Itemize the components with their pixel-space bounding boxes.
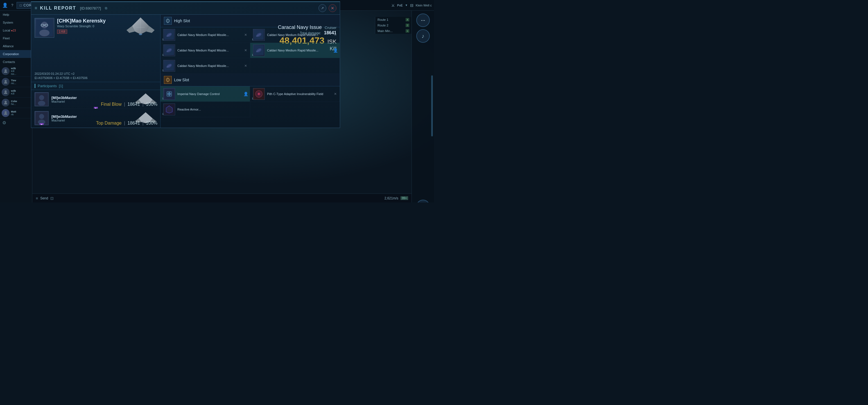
music-button[interactable]: ♪ <box>416 29 430 43</box>
user-icon: 👤 <box>2 3 8 8</box>
module-qty-2: 1 <box>252 38 253 41</box>
chat-entry-5: Matt nk <box>0 108 32 118</box>
topbar-right: ⚔ PvE ▼ ⊟ Klein Well c <box>391 3 432 8</box>
module-name-5: Caldari Navy Medium Rapid Missile... <box>177 64 242 67</box>
help-icon[interactable]: ? <box>11 3 13 7</box>
nav-route-2-label: Route 2 <box>377 24 389 27</box>
svg-point-2 <box>4 90 7 92</box>
module-x-5[interactable]: ✕ <box>244 64 247 68</box>
low-slot-label: Low Slot <box>174 78 189 82</box>
participant-1: ▲ [MI]w3bMaster Machariel Final Blo <box>31 90 160 109</box>
gear-icon[interactable]: ⚙ <box>2 120 6 125</box>
low-module-name-3: Reactive Armor... <box>177 108 247 111</box>
svg-point-18 <box>39 95 44 100</box>
participant-1-pct: 100% <box>146 102 157 107</box>
pve-label[interactable]: PvE <box>397 4 403 7</box>
hamburger-icon[interactable]: ≡ <box>35 6 37 11</box>
modules-panel: High Slot 1 Caldari Navy Medium Rapid Mi… <box>160 15 340 128</box>
contacts-label: Contacts <box>3 60 15 63</box>
module-x-3[interactable]: ✕ <box>244 48 247 52</box>
swords-icon: ⚔ <box>391 3 395 8</box>
low-module-x-2[interactable]: ✕ <box>334 92 337 96</box>
chat-entry-2: Ttev nic... <box>0 77 32 87</box>
sidebar: Help System Local ●23 Fleet Alliance Cor… <box>0 11 32 202</box>
module-x-1[interactable]: ✕ <box>244 33 247 37</box>
top-damage-label: Top Damage <box>96 121 122 125</box>
participant-1-pipe: | <box>124 102 125 107</box>
svg-point-52 <box>168 93 170 95</box>
nav-route-2-badge: 2 <box>406 24 409 27</box>
chat-entry-4: Colw he... <box>0 97 32 108</box>
kill-info: 2022/03/20 01:24:22 UTC +2 EI-K0750606 <… <box>31 41 160 82</box>
filter-icon[interactable]: ⊟ <box>410 3 413 8</box>
nav-route-1[interactable]: Route 1 4 <box>375 17 411 23</box>
nav-main[interactable]: Main Min... 1 <box>375 28 411 34</box>
module-high-5: 1 Caldari Navy Medium Rapid Missile... ✕ <box>160 58 250 74</box>
dropdown-icon[interactable]: ▼ <box>405 4 408 7</box>
participant-2-stats: Top Damage | 18641 | 100% <box>96 121 157 126</box>
ship-image <box>124 16 157 42</box>
sidebar-item-system[interactable]: System <box>0 19 32 26</box>
avatar-1 <box>2 67 9 75</box>
final-blow-label: Final Blow <box>101 102 122 107</box>
nav-routes: Route 1 4 Route 2 2 Main Min... 1 <box>375 17 411 34</box>
sidebar-item-local[interactable]: Local ●23 <box>0 26 32 34</box>
menu-icon[interactable]: ≡ <box>36 196 38 201</box>
close-button[interactable]: ✕ <box>329 4 337 12</box>
kill-report-modal: ≡ KILL REPORT [ID:6907877] ⧉ ↗ ✕ <box>31 1 340 128</box>
count-badge: 99+ <box>401 196 408 200</box>
scroll-indicator[interactable] <box>431 76 433 137</box>
kill-report-id: [ID:6907877] <box>80 6 101 10</box>
nav-route-1-badge: 4 <box>406 18 409 21</box>
sidebar-item-fleet[interactable]: Fleet <box>0 34 32 42</box>
add-button[interactable]: + <box>416 200 430 202</box>
camera-icon[interactable]: ⊡ <box>50 196 54 201</box>
svg-point-0 <box>4 69 7 71</box>
svg-point-14 <box>139 33 142 35</box>
module-high-1: 1 Caldari Navy Medium Rapid Missile... ✕ <box>160 27 250 43</box>
kill-body: [CHK]Mao Kerensky Warp Scramble Strength… <box>31 15 340 128</box>
participant-avatar-1: ▲ <box>35 92 49 106</box>
send-button[interactable]: Send <box>40 196 48 200</box>
low-module-icon-2 <box>253 88 265 100</box>
participant-avatar-2: ▲ <box>35 111 49 125</box>
participant-1-pipe2: | <box>142 102 143 107</box>
svg-point-56 <box>258 93 260 95</box>
modal-header-actions: ↗ ✕ <box>318 4 337 12</box>
avatar-4 <box>2 99 9 107</box>
sidebar-item-alliance[interactable]: Alliance <box>0 42 32 50</box>
nav-route-2[interactable]: Route 2 2 <box>375 23 411 28</box>
low-module-icon-3 <box>163 104 175 115</box>
module-name-2: Caldari Navy Medium Rapid Missile... <box>267 33 332 36</box>
module-name-1: Caldari Navy Medium Rapid Missile... <box>177 33 242 36</box>
corporation-label-side: Corporation <box>3 52 19 56</box>
low-slot-header: Low Slot <box>160 74 340 86</box>
nav-route-1-label: Route 1 <box>377 18 389 21</box>
participants-header: Participants [1] <box>31 82 160 90</box>
external-link-button[interactable]: ↗ <box>318 4 327 12</box>
copy-icon[interactable]: ⧉ <box>105 6 107 10</box>
nav-main-badge: 1 <box>406 29 409 33</box>
dots-menu-button[interactable]: ··· <box>416 13 430 27</box>
sidebar-item-help[interactable]: Help <box>0 11 32 19</box>
high-slot-label: High Slot <box>174 19 190 23</box>
chat-list: w3b Kill Iss... Ttev nic... w3b Kill <box>0 66 32 202</box>
person-icon-low-1: 👤 <box>243 92 248 96</box>
avatar-3 <box>2 88 9 96</box>
participant-2-damage: 18641 <box>128 121 140 125</box>
modal-header: ≡ KILL REPORT [ID:6907877] ⧉ ↗ ✕ <box>31 2 340 15</box>
avatar-5 <box>2 109 9 117</box>
module-high-3: 1 Caldari Navy Medium Rapid Missile... ✕ <box>160 43 250 58</box>
help-label: Help <box>3 13 9 16</box>
tab-icon: □ <box>20 3 22 7</box>
module-low-2: 1 Pith C-Type Adaptive Invulnerability F… <box>250 86 340 102</box>
module-high-4-highlighted: 1 Caldari Navy Medium Rapid Missile... 👤 <box>250 43 340 58</box>
victim-panel: [CHK]Mao Kerensky Warp Scramble Strength… <box>31 15 160 128</box>
right-edge-panel: ··· ♪ + <box>411 11 434 202</box>
sidebar-item-contacts[interactable]: Contacts <box>0 58 32 66</box>
sidebar-item-corporation[interactable]: Corporation <box>0 50 32 58</box>
dots-icon: ··· <box>421 17 425 24</box>
module-x-2[interactable]: ✕ <box>334 33 337 37</box>
low-slot-icon <box>164 76 172 84</box>
participants-count: [1] <box>59 84 63 88</box>
